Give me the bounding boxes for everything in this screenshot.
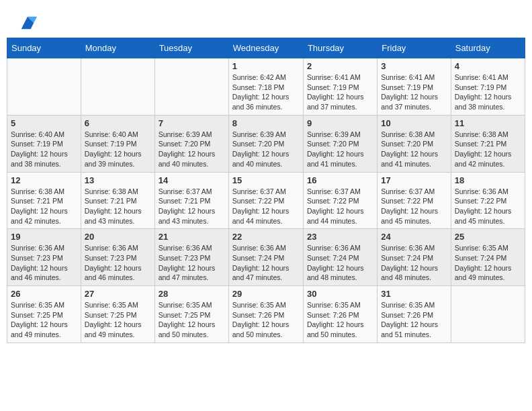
day-number: 22: [232, 232, 300, 242]
calendar-cell: 20Sunrise: 6:36 AM Sunset: 7:23 PM Dayli…: [81, 229, 154, 286]
header-cell-saturday: Saturday: [451, 38, 525, 58]
calendar-cell: 10Sunrise: 6:38 AM Sunset: 7:20 PM Dayli…: [378, 115, 451, 172]
day-number: 14: [159, 175, 225, 185]
calendar-header: SundayMondayTuesdayWednesdayThursdayFrid…: [7, 38, 525, 58]
day-number: 23: [307, 232, 373, 242]
calendar-cell: 30Sunrise: 6:35 AM Sunset: 7:26 PM Dayli…: [303, 286, 377, 343]
calendar-cell: 12Sunrise: 6:38 AM Sunset: 7:21 PM Dayli…: [7, 172, 81, 229]
calendar-week-row: 26Sunrise: 6:35 AM Sunset: 7:25 PM Dayli…: [7, 286, 525, 343]
header-cell-monday: Monday: [81, 38, 154, 58]
calendar-cell: 25Sunrise: 6:35 AM Sunset: 7:24 PM Dayli…: [451, 229, 525, 286]
header-row: SundayMondayTuesdayWednesdayThursdayFrid…: [7, 38, 525, 58]
day-number: 18: [455, 175, 521, 185]
day-info: Sunrise: 6:36 AM Sunset: 7:24 PM Dayligh…: [381, 243, 447, 283]
calendar-cell: 31Sunrise: 6:35 AM Sunset: 7:26 PM Dayli…: [378, 286, 451, 343]
day-info: Sunrise: 6:39 AM Sunset: 7:20 PM Dayligh…: [307, 130, 373, 169]
calendar-cell: 16Sunrise: 6:37 AM Sunset: 7:22 PM Dayli…: [303, 172, 377, 229]
day-number: 4: [455, 61, 521, 71]
calendar-cell: 22Sunrise: 6:36 AM Sunset: 7:24 PM Dayli…: [228, 229, 303, 286]
day-info: Sunrise: 6:35 AM Sunset: 7:26 PM Dayligh…: [381, 300, 447, 340]
calendar-table: SundayMondayTuesdayWednesdayThursdayFrid…: [7, 38, 525, 343]
day-info: Sunrise: 6:36 AM Sunset: 7:24 PM Dayligh…: [307, 243, 373, 283]
calendar-cell: 7Sunrise: 6:39 AM Sunset: 7:20 PM Daylig…: [154, 115, 228, 172]
day-number: 5: [11, 118, 77, 128]
day-number: 24: [381, 232, 447, 242]
day-number: 15: [232, 175, 300, 185]
day-info: Sunrise: 6:36 AM Sunset: 7:23 PM Dayligh…: [85, 243, 151, 283]
day-number: 28: [159, 289, 225, 299]
calendar-cell: 26Sunrise: 6:35 AM Sunset: 7:25 PM Dayli…: [7, 286, 81, 343]
day-info: Sunrise: 6:37 AM Sunset: 7:22 PM Dayligh…: [307, 187, 373, 226]
calendar-cell: [7, 58, 81, 116]
calendar-cell: 14Sunrise: 6:37 AM Sunset: 7:21 PM Dayli…: [154, 172, 228, 229]
calendar-cell: 23Sunrise: 6:36 AM Sunset: 7:24 PM Dayli…: [303, 229, 377, 286]
day-info: Sunrise: 6:38 AM Sunset: 7:21 PM Dayligh…: [11, 187, 77, 226]
calendar-body: 1Sunrise: 6:42 AM Sunset: 7:18 PM Daylig…: [7, 58, 525, 343]
calendar-cell: 19Sunrise: 6:36 AM Sunset: 7:23 PM Dayli…: [7, 229, 81, 286]
logo-icon: [18, 13, 37, 32]
header-cell-thursday: Thursday: [303, 38, 377, 58]
day-number: 1: [232, 61, 300, 71]
day-info: Sunrise: 6:37 AM Sunset: 7:21 PM Dayligh…: [159, 187, 225, 226]
day-info: Sunrise: 6:35 AM Sunset: 7:25 PM Dayligh…: [11, 300, 77, 340]
day-number: 25: [455, 232, 521, 242]
day-number: 6: [85, 118, 151, 128]
day-number: 2: [307, 61, 373, 71]
day-number: 20: [85, 232, 151, 242]
day-info: Sunrise: 6:36 AM Sunset: 7:23 PM Dayligh…: [11, 243, 77, 283]
day-number: 27: [85, 289, 151, 299]
day-number: 30: [307, 289, 373, 299]
calendar-cell: 21Sunrise: 6:36 AM Sunset: 7:23 PM Dayli…: [154, 229, 228, 286]
day-info: Sunrise: 6:40 AM Sunset: 7:19 PM Dayligh…: [11, 130, 77, 169]
calendar-cell: 29Sunrise: 6:35 AM Sunset: 7:26 PM Dayli…: [228, 286, 303, 343]
day-number: 10: [381, 118, 447, 128]
day-number: 29: [232, 289, 300, 299]
calendar-cell: 18Sunrise: 6:36 AM Sunset: 7:22 PM Dayli…: [451, 172, 525, 229]
header-cell-tuesday: Tuesday: [154, 38, 228, 58]
calendar-week-row: 5Sunrise: 6:40 AM Sunset: 7:19 PM Daylig…: [7, 115, 525, 172]
calendar-cell: [451, 286, 525, 343]
day-number: 13: [85, 175, 151, 185]
calendar-cell: 11Sunrise: 6:38 AM Sunset: 7:21 PM Dayli…: [451, 115, 525, 172]
day-number: 16: [307, 175, 373, 185]
header-cell-sunday: Sunday: [7, 38, 81, 58]
day-number: 9: [307, 118, 373, 128]
day-info: Sunrise: 6:41 AM Sunset: 7:19 PM Dayligh…: [307, 73, 373, 112]
page-header: [7, 7, 525, 38]
calendar-week-row: 19Sunrise: 6:36 AM Sunset: 7:23 PM Dayli…: [7, 229, 525, 286]
day-number: 3: [381, 61, 447, 71]
day-info: Sunrise: 6:35 AM Sunset: 7:24 PM Dayligh…: [455, 243, 521, 283]
calendar-week-row: 12Sunrise: 6:38 AM Sunset: 7:21 PM Dayli…: [7, 172, 525, 229]
calendar-cell: 4Sunrise: 6:41 AM Sunset: 7:19 PM Daylig…: [451, 58, 525, 116]
day-info: Sunrise: 6:40 AM Sunset: 7:19 PM Dayligh…: [85, 130, 151, 169]
day-number: 17: [381, 175, 447, 185]
day-info: Sunrise: 6:35 AM Sunset: 7:25 PM Dayligh…: [85, 300, 151, 340]
calendar-cell: 24Sunrise: 6:36 AM Sunset: 7:24 PM Dayli…: [378, 229, 451, 286]
day-info: Sunrise: 6:36 AM Sunset: 7:23 PM Dayligh…: [159, 243, 225, 283]
calendar-cell: 1Sunrise: 6:42 AM Sunset: 7:18 PM Daylig…: [228, 58, 303, 116]
day-info: Sunrise: 6:37 AM Sunset: 7:22 PM Dayligh…: [232, 187, 300, 226]
day-info: Sunrise: 6:38 AM Sunset: 7:21 PM Dayligh…: [85, 187, 151, 226]
day-number: 26: [11, 289, 77, 299]
day-info: Sunrise: 6:35 AM Sunset: 7:26 PM Dayligh…: [307, 300, 373, 340]
calendar-cell: 3Sunrise: 6:41 AM Sunset: 7:19 PM Daylig…: [378, 58, 451, 116]
calendar-cell: 8Sunrise: 6:39 AM Sunset: 7:20 PM Daylig…: [228, 115, 303, 172]
day-number: 19: [11, 232, 77, 242]
day-number: 8: [232, 118, 300, 128]
day-info: Sunrise: 6:35 AM Sunset: 7:25 PM Dayligh…: [159, 300, 225, 340]
day-info: Sunrise: 6:35 AM Sunset: 7:26 PM Dayligh…: [232, 300, 300, 340]
day-info: Sunrise: 6:41 AM Sunset: 7:19 PM Dayligh…: [455, 73, 521, 112]
header-cell-wednesday: Wednesday: [228, 38, 303, 58]
calendar-cell: 28Sunrise: 6:35 AM Sunset: 7:25 PM Dayli…: [154, 286, 228, 343]
calendar-cell: 6Sunrise: 6:40 AM Sunset: 7:19 PM Daylig…: [81, 115, 154, 172]
day-info: Sunrise: 6:39 AM Sunset: 7:20 PM Dayligh…: [232, 130, 300, 169]
day-number: 11: [455, 118, 521, 128]
day-info: Sunrise: 6:38 AM Sunset: 7:21 PM Dayligh…: [455, 130, 521, 169]
calendar-cell: [81, 58, 154, 116]
calendar-cell: 27Sunrise: 6:35 AM Sunset: 7:25 PM Dayli…: [81, 286, 154, 343]
day-info: Sunrise: 6:41 AM Sunset: 7:19 PM Dayligh…: [381, 73, 447, 112]
day-info: Sunrise: 6:37 AM Sunset: 7:22 PM Dayligh…: [381, 187, 447, 226]
calendar-week-row: 1Sunrise: 6:42 AM Sunset: 7:18 PM Daylig…: [7, 58, 525, 116]
day-info: Sunrise: 6:36 AM Sunset: 7:22 PM Dayligh…: [455, 187, 521, 226]
day-number: 31: [381, 289, 447, 299]
